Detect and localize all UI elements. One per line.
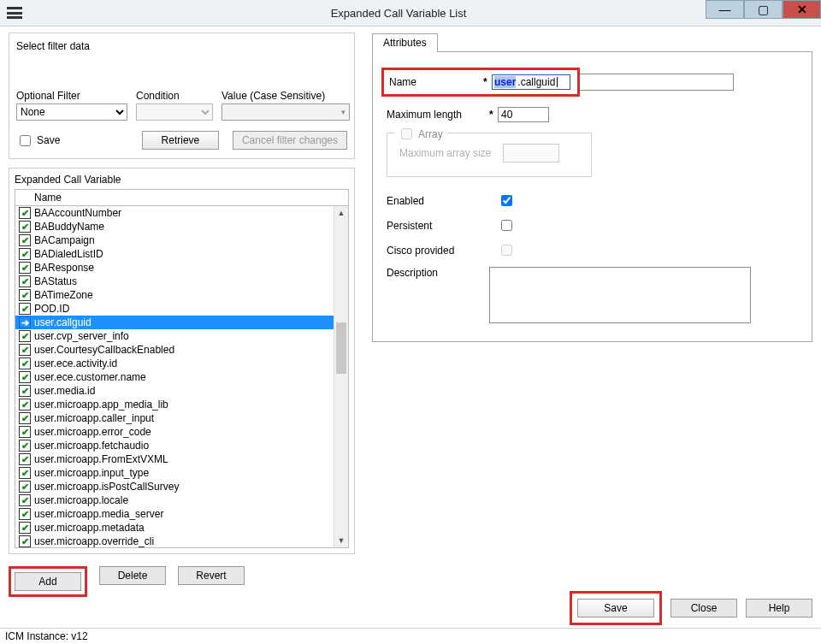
list-item-label: BABuddyName bbox=[34, 221, 104, 233]
check-icon: ✔ bbox=[19, 262, 31, 274]
add-button[interactable]: Add bbox=[15, 572, 81, 591]
list-item[interactable]: ✔user.microapp.override_cli bbox=[15, 535, 334, 547]
window: Expanded Call Variable List — ▢ ✕ Select… bbox=[0, 0, 821, 644]
check-icon: ✔ bbox=[19, 426, 31, 438]
list-item[interactable]: ✔user.microapp.fetchaudio bbox=[15, 439, 334, 452]
check-icon: ✔ bbox=[19, 440, 31, 452]
help-button[interactable]: Help bbox=[746, 599, 812, 617]
name-label: Name bbox=[384, 76, 483, 88]
client-area: Select filter data Optional Filter None … bbox=[0, 26, 821, 629]
description-textarea[interactable] bbox=[489, 267, 751, 323]
cancel-filter-button[interactable]: Cancel filter changes bbox=[233, 131, 347, 150]
scroll-thumb[interactable] bbox=[336, 322, 346, 374]
list-item[interactable]: ✔user.microapp.metadata bbox=[15, 521, 334, 535]
list-item[interactable]: ✔user.CourtesyCallbackEnabled bbox=[15, 343, 334, 357]
revert-button[interactable]: Revert bbox=[178, 566, 245, 585]
list-item[interactable]: ✔user.microapp.caller_input bbox=[15, 411, 334, 425]
list-item-label: user.CourtesyCallbackEnabled bbox=[34, 344, 174, 356]
close-window-button[interactable]: Close bbox=[670, 599, 737, 617]
list-item[interactable]: ✔user.microapp.input_type bbox=[15, 466, 334, 480]
list-item[interactable]: ✔user.ece.activity.id bbox=[15, 357, 334, 370]
list-item[interactable]: ✔BADialedListID bbox=[15, 247, 334, 261]
list-item[interactable]: ✔BAResponse bbox=[15, 261, 334, 275]
list-item-label: user.microapp.app_media_lib bbox=[34, 399, 168, 411]
persistent-label: Persistent bbox=[387, 220, 498, 232]
array-size-input bbox=[503, 144, 559, 162]
list-item[interactable]: ✔BAStatus bbox=[15, 275, 334, 288]
variable-list-column-header[interactable]: Name bbox=[15, 189, 349, 205]
list-item[interactable]: ✔user.cvp_server_info bbox=[15, 329, 334, 343]
list-item[interactable]: ✔user.media.id bbox=[15, 384, 334, 398]
check-icon: ✔ bbox=[19, 453, 31, 465]
list-item-label: user.microapp.error_code bbox=[34, 426, 151, 438]
attributes-tabs: Attributes bbox=[372, 32, 812, 51]
check-icon: ✔ bbox=[19, 248, 31, 260]
list-item-label: BAResponse bbox=[34, 262, 94, 274]
check-icon: ✔ bbox=[19, 207, 31, 219]
variable-list[interactable]: ✔BAAccountNumber✔BABuddyName✔BACampaign✔… bbox=[15, 206, 334, 547]
save-button[interactable]: Save bbox=[577, 599, 654, 617]
optional-filter-select[interactable]: None bbox=[16, 103, 127, 121]
check-icon: ✔ bbox=[19, 467, 31, 479]
close-button[interactable]: ✕ bbox=[783, 0, 821, 19]
check-icon: ✔ bbox=[19, 234, 31, 246]
save-filter-check-input[interactable] bbox=[20, 135, 31, 146]
list-item-label: BATimeZone bbox=[34, 289, 93, 301]
check-icon: ✔ bbox=[19, 303, 31, 315]
list-item[interactable]: ✔user.microapp.media_server bbox=[15, 507, 334, 521]
list-item[interactable]: ✔BATimeZone bbox=[15, 288, 334, 302]
value-input[interactable] bbox=[221, 103, 350, 121]
array-checkbox[interactable] bbox=[401, 128, 412, 139]
list-item[interactable]: ✔user.microapp.error_code bbox=[15, 425, 334, 439]
condition-select[interactable] bbox=[136, 103, 213, 121]
scroll-up-icon[interactable]: ▲ bbox=[334, 206, 348, 220]
scroll-track[interactable] bbox=[334, 220, 348, 534]
check-icon: ✔ bbox=[19, 344, 31, 356]
list-item-label: BAStatus bbox=[34, 275, 77, 287]
minimize-button[interactable]: — bbox=[706, 0, 744, 19]
enabled-label: Enabled bbox=[387, 195, 498, 207]
enabled-checkbox[interactable] bbox=[501, 195, 512, 206]
scroll-down-icon[interactable]: ▼ bbox=[334, 534, 348, 547]
name-input-ext[interactable] bbox=[580, 74, 734, 91]
list-item[interactable]: ✔BACampaign bbox=[15, 233, 334, 247]
list-item[interactable]: ✔user.microapp.app_media_lib bbox=[15, 398, 334, 411]
check-icon: ✔ bbox=[19, 494, 31, 506]
scrollbar[interactable]: ▲ ▼ bbox=[334, 206, 348, 547]
save-filter-checkbox[interactable]: Save bbox=[16, 133, 60, 149]
list-item[interactable]: ✔user.microapp.FromExtVXML bbox=[15, 452, 334, 466]
check-icon: ✔ bbox=[19, 221, 31, 233]
list-item-label: user.microapp.input_type bbox=[34, 467, 149, 479]
list-item-label: user.microapp.locale bbox=[34, 494, 128, 506]
list-item[interactable]: ➔user.callguid bbox=[15, 316, 334, 329]
required-icon: * bbox=[489, 109, 498, 121]
check-icon: ✔ bbox=[19, 399, 31, 411]
persistent-checkbox[interactable] bbox=[501, 220, 512, 231]
condition-label: Condition bbox=[136, 90, 213, 102]
variable-list-group: Expanded Call Variable Name ✔BAAccountNu… bbox=[9, 168, 355, 554]
list-item-label: user.microapp.media_server bbox=[34, 508, 163, 520]
tab-attributes[interactable]: Attributes bbox=[372, 33, 438, 52]
maxlen-input[interactable] bbox=[498, 107, 549, 122]
status-text: ICM Instance: v12 bbox=[5, 630, 88, 642]
description-label: Description bbox=[387, 267, 489, 279]
retrieve-button[interactable]: Retrieve bbox=[142, 131, 219, 150]
array-size-label: Maximum array size bbox=[399, 147, 491, 159]
list-item[interactable]: ✔user.microapp.locale bbox=[15, 493, 334, 507]
list-item[interactable]: ✔user.microapp.isPostCallSurvey bbox=[15, 480, 334, 493]
list-item[interactable]: ✔POD.ID bbox=[15, 302, 334, 316]
check-icon: ✔ bbox=[19, 535, 31, 547]
list-actions: Add Delete Revert bbox=[9, 566, 355, 597]
list-item[interactable]: ✔BAAccountNumber bbox=[15, 206, 334, 220]
maxlen-row: Maximum length * bbox=[387, 107, 798, 122]
status-bar: ICM Instance: v12 bbox=[0, 628, 821, 644]
value-label: Value (Case Sensitive) bbox=[221, 90, 350, 102]
delete-button[interactable]: Delete bbox=[99, 566, 166, 585]
list-item[interactable]: ✔user.ece.customer.name bbox=[15, 370, 334, 384]
maximize-button[interactable]: ▢ bbox=[744, 0, 783, 19]
check-icon: ✔ bbox=[19, 371, 31, 383]
maxlen-label: Maximum length bbox=[387, 109, 489, 121]
check-icon: ✔ bbox=[19, 289, 31, 301]
check-icon: ✔ bbox=[19, 330, 31, 342]
list-item[interactable]: ✔BABuddyName bbox=[15, 220, 334, 233]
